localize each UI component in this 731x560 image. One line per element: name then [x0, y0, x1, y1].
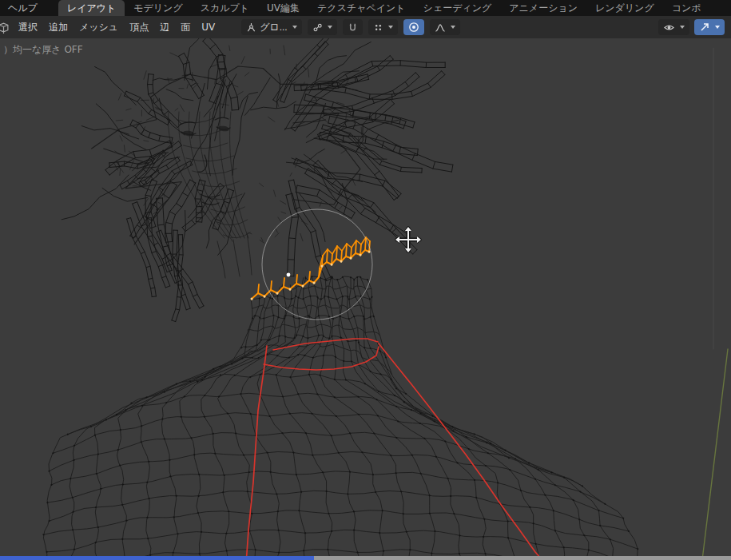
- tab-texture-paint[interactable]: テクスチャペイント: [308, 0, 415, 16]
- menu-mesh[interactable]: メッシュ: [73, 19, 124, 36]
- transform-controls: グロ...: [241, 19, 460, 35]
- pivot-point-dropdown[interactable]: [308, 19, 337, 35]
- progress-played: [0, 556, 314, 560]
- falloff-curve-icon: [435, 22, 446, 33]
- tab-sculpting[interactable]: スカルプト: [192, 0, 258, 16]
- snap-target-dots-icon: [373, 22, 383, 33]
- transform-orientation-dropdown[interactable]: グロ...: [241, 19, 302, 35]
- orientation-label: グロ...: [260, 21, 288, 34]
- magnet-icon: [348, 22, 358, 33]
- tab-animation[interactable]: アニメーション: [500, 0, 586, 16]
- menu-add[interactable]: 追加: [43, 19, 73, 36]
- viewport-header-right: [658, 19, 725, 35]
- viewport-header: 選択 追加 メッシュ 頂点 辺 面 UV グロ...: [0, 16, 731, 38]
- menu-select[interactable]: 選択: [13, 19, 43, 36]
- menu-face[interactable]: 面: [175, 19, 196, 36]
- axes-gizmo-icon: [246, 22, 256, 33]
- chevron-down-icon: [388, 26, 393, 29]
- snap-settings-dropdown[interactable]: [368, 19, 398, 35]
- workspace-tabs: レイアウト モデリング スカルプト UV編集 テクスチャペイント シェーディング…: [58, 0, 710, 16]
- operator-status-text: ）均一な厚さ OFF: [3, 43, 83, 57]
- help-menu[interactable]: ヘルプ: [0, 0, 46, 16]
- menu-edge[interactable]: 辺: [154, 19, 175, 36]
- chevron-down-icon: [292, 26, 297, 29]
- tab-modeling[interactable]: モデリング: [125, 0, 191, 16]
- tab-shading[interactable]: シェーディング: [415, 0, 501, 16]
- menu-uv[interactable]: UV: [196, 20, 220, 34]
- tab-uv-editing[interactable]: UV編集: [258, 0, 308, 16]
- tab-layout[interactable]: レイアウト: [58, 0, 125, 16]
- chevron-down-icon: [680, 26, 685, 29]
- tab-rendering[interactable]: レンダリング: [586, 0, 663, 16]
- topbar: ヘルプ レイアウト モデリング スカルプト UV編集 テクスチャペイント シェー…: [0, 0, 731, 16]
- chevron-down-icon: [328, 26, 332, 29]
- snap-toggle[interactable]: [343, 19, 363, 35]
- arrow-ne-icon: [699, 22, 710, 33]
- editor-type-icon[interactable]: [0, 22, 10, 34]
- menu-vertex[interactable]: 頂点: [124, 19, 154, 36]
- chevron-down-icon: [451, 26, 455, 29]
- proportional-falloff-dropdown[interactable]: [430, 19, 460, 35]
- viewport-3d[interactable]: [0, 38, 731, 556]
- visibility-dropdown[interactable]: [658, 19, 689, 35]
- tab-compositing[interactable]: コンポ: [663, 0, 710, 16]
- gizmo-navigate-button[interactable]: [694, 19, 725, 35]
- eye-icon: [663, 22, 675, 33]
- pivot-icon: [312, 22, 323, 33]
- chevron-down-icon: [715, 26, 720, 29]
- proportional-editing-toggle[interactable]: [403, 19, 424, 35]
- blender-window: ヘルプ レイアウト モデリング スカルプト UV編集 テクスチャペイント シェー…: [0, 0, 731, 560]
- video-progress-bar[interactable]: [0, 556, 731, 560]
- proportional-editing-icon: [408, 22, 419, 33]
